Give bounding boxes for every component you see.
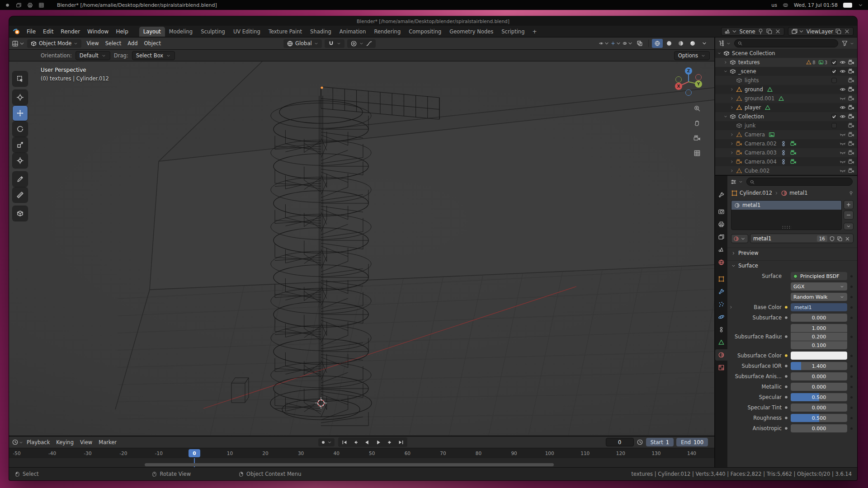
select-box-tool-button[interactable] — [13, 71, 28, 86]
disclosure-collapsed-icon[interactable] — [729, 150, 735, 155]
jump-to-end-button[interactable] — [396, 438, 406, 446]
disclosure-collapsed-icon[interactable] — [729, 141, 735, 146]
hide-toggle-eye-icon[interactable] — [839, 68, 847, 75]
indicator-chip[interactable] — [843, 3, 852, 8]
value-slider-specular[interactable]: 0.500 — [791, 393, 847, 401]
snapping-toggle[interactable] — [325, 39, 344, 48]
property-row-specular-tint[interactable]: Specular Tint0.000 — [728, 404, 854, 412]
outliner-item-camera[interactable]: Camera — [715, 130, 857, 139]
outliner-item-scene-collection[interactable]: Scene Collection — [715, 49, 857, 58]
animate-property-dot[interactable] — [848, 317, 854, 319]
render-visibility-camera-icon[interactable] — [847, 131, 855, 138]
animate-property-dot[interactable] — [848, 396, 854, 399]
chevron-down-icon[interactable] — [858, 2, 863, 8]
proportional-editing-toggle[interactable] — [347, 39, 376, 48]
property-row-subsurface-anis[interactable]: Subsurface Anis...0.000 — [728, 372, 854, 380]
mode-selector[interactable]: Object Mode — [27, 39, 81, 48]
color-swatch[interactable] — [791, 352, 847, 360]
disclosure-collapsed-icon[interactable] — [729, 96, 735, 101]
add-material-slot-button[interactable] — [844, 200, 854, 209]
os-clock[interactable]: Wed, 17 Jul 01:58 — [794, 2, 838, 8]
disclosure-collapsed-icon[interactable] — [729, 169, 735, 173]
shading-solid-button[interactable] — [664, 39, 675, 48]
filter-icon[interactable] — [841, 40, 848, 47]
render-visibility-camera-icon[interactable] — [847, 122, 855, 129]
pan-hand-button[interactable] — [692, 118, 703, 129]
collection-exclude-checkbox[interactable] — [830, 113, 838, 120]
render-visibility-camera-icon[interactable] — [847, 68, 855, 75]
property-row-subsurface-ior[interactable]: Subsurface IOR1.400 — [728, 362, 854, 370]
property-row-base-color[interactable]: Base Colormetal1 — [728, 303, 854, 311]
dropdown-ggx[interactable]: GGX — [791, 282, 847, 291]
property-row-roughness[interactable]: Roughness0.500 — [728, 414, 854, 422]
frame-start-field[interactable]: Start 1 — [646, 438, 674, 446]
show-gizmos-button[interactable] — [611, 39, 622, 48]
outliner-item-cube-002[interactable]: Cube.002 — [715, 166, 857, 175]
disclosure-collapsed-icon[interactable] — [729, 132, 735, 137]
properties-tab-physics[interactable] — [715, 311, 727, 323]
add-cube-tool-button[interactable] — [13, 206, 28, 221]
properties-tab-material[interactable] — [715, 349, 727, 361]
list-resize-grip[interactable] — [782, 225, 792, 229]
animate-property-dot[interactable] — [848, 365, 854, 367]
add-workspace-button[interactable]: + — [528, 28, 540, 36]
property-row-random-walk[interactable]: Random Walk — [728, 293, 854, 301]
value-slider-subsurface-ior[interactable]: 1.400 — [791, 362, 847, 370]
workspace-tab-sculpting[interactable]: Sculpting — [197, 27, 229, 37]
outliner-item-junk[interactable]: junk — [715, 121, 857, 130]
keyboard-layout-indicator[interactable]: us — [771, 2, 777, 8]
property-row-metallic[interactable]: Metallic0.000 — [728, 383, 854, 391]
disclosure-collapsed-icon[interactable] — [722, 60, 728, 65]
outliner-item-camera-003[interactable]: Camera.003 — [715, 148, 857, 157]
scene-selector[interactable]: Scene — [721, 27, 784, 36]
jump-to-start-button[interactable] — [339, 438, 350, 446]
animate-property-dot[interactable] — [848, 336, 854, 338]
new-material-button[interactable] — [837, 235, 843, 242]
value-field-subsurface-radius-2[interactable]: 0.100 — [791, 341, 847, 349]
animate-property-dot[interactable] — [848, 286, 854, 288]
properties-tab-world[interactable] — [715, 257, 727, 268]
viewport-menu-select[interactable]: Select — [102, 39, 124, 48]
properties-tab-object-data[interactable] — [715, 337, 727, 348]
timeline-menu-marker[interactable]: Marker — [95, 438, 120, 447]
panel-icon[interactable] — [16, 2, 22, 8]
timeline-menu-keying[interactable]: Keying — [53, 438, 77, 447]
value-slider-subsurface-anis[interactable]: 0.000 — [791, 372, 847, 380]
activities-icon[interactable] — [5, 2, 10, 8]
property-row-subsurface[interactable]: Subsurface0.000 — [728, 314, 854, 322]
property-row-anisotropic[interactable]: Anisotropic0.000 — [728, 424, 854, 432]
playhead[interactable]: 0 — [189, 449, 200, 457]
properties-search-input[interactable] — [746, 178, 853, 186]
timeline-ruler[interactable]: 0 -50-40-30-20-1001020304050607080901001… — [9, 448, 714, 458]
texture-link-field[interactable]: metal1 — [791, 303, 847, 311]
render-visibility-camera-icon[interactable] — [847, 150, 855, 156]
drag-dropdown[interactable]: Select Box — [132, 51, 175, 60]
render-visibility-camera-icon[interactable] — [847, 104, 855, 111]
view-layer-selector[interactable]: ViewLayer — [788, 27, 854, 36]
navigation-gizmo[interactable]: ZXY — [672, 65, 705, 100]
play-reverse-button[interactable] — [362, 438, 373, 446]
transform-orientation-selector[interactable]: Global — [283, 39, 322, 48]
toggle-xray-button[interactable] — [634, 39, 645, 48]
value-slider-roughness[interactable]: 0.500 — [791, 414, 847, 422]
collection-exclude-checkbox[interactable] — [830, 59, 838, 66]
move-tool-button[interactable] — [13, 106, 28, 121]
animate-property-dot[interactable] — [848, 296, 854, 298]
auto-keying-toggle[interactable] — [318, 438, 335, 446]
viewport-menu-object[interactable]: Object — [141, 39, 164, 48]
preview-range-clock-icon[interactable] — [637, 439, 643, 446]
menu-render[interactable]: Render — [57, 27, 84, 36]
render-visibility-camera-icon[interactable] — [847, 95, 855, 102]
jump-to-next-keyframe-button[interactable] — [384, 438, 395, 446]
unlink-scene-button[interactable] — [774, 28, 781, 35]
outliner-item-textures[interactable]: textures83 — [715, 58, 857, 67]
unlink-material-button[interactable] — [844, 235, 850, 242]
disclosure-expanded-icon[interactable] — [722, 114, 728, 119]
workspace-tab-uv-editing[interactable]: UV Editing — [229, 27, 264, 37]
viewport-menu-view[interactable]: View — [83, 39, 102, 48]
properties-tab-object[interactable] — [715, 273, 727, 285]
editor-type-outliner-icon[interactable] — [718, 40, 725, 47]
frame-end-field[interactable]: End 100 — [676, 438, 708, 446]
show-overlays-button[interactable] — [623, 39, 633, 48]
animate-property-dot[interactable] — [848, 386, 854, 388]
